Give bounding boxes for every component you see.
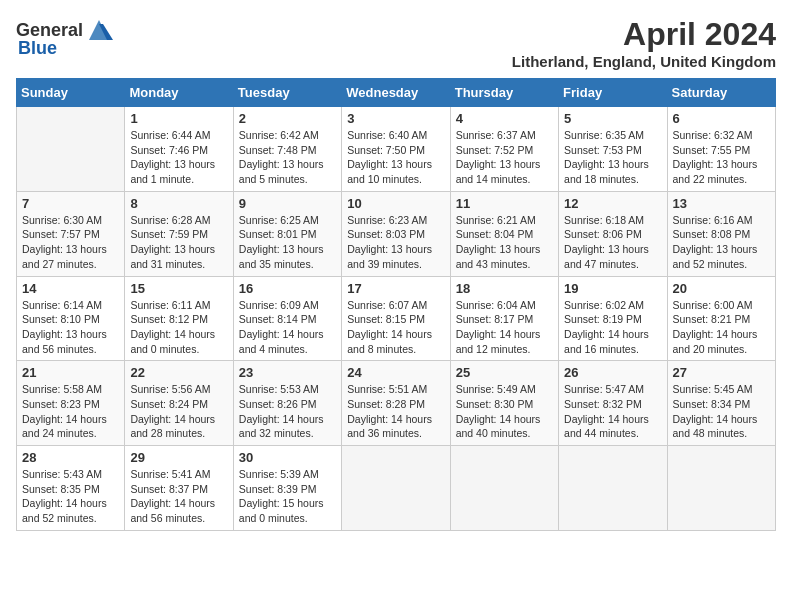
day-number: 19 bbox=[564, 281, 661, 296]
week-row-3: 14Sunrise: 6:14 AM Sunset: 8:10 PM Dayli… bbox=[17, 276, 776, 361]
day-number: 26 bbox=[564, 365, 661, 380]
day-number: 22 bbox=[130, 365, 227, 380]
location-subtitle: Litherland, England, United Kingdom bbox=[512, 53, 776, 70]
day-cell: 14Sunrise: 6:14 AM Sunset: 8:10 PM Dayli… bbox=[17, 276, 125, 361]
title-block: April 2024 Litherland, England, United K… bbox=[512, 16, 776, 70]
day-detail: Sunrise: 6:30 AM Sunset: 7:57 PM Dayligh… bbox=[22, 213, 119, 272]
day-cell: 6Sunrise: 6:32 AM Sunset: 7:55 PM Daylig… bbox=[667, 107, 775, 192]
day-detail: Sunrise: 6:00 AM Sunset: 8:21 PM Dayligh… bbox=[673, 298, 770, 357]
day-detail: Sunrise: 6:21 AM Sunset: 8:04 PM Dayligh… bbox=[456, 213, 553, 272]
day-number: 28 bbox=[22, 450, 119, 465]
day-cell: 3Sunrise: 6:40 AM Sunset: 7:50 PM Daylig… bbox=[342, 107, 450, 192]
day-cell: 10Sunrise: 6:23 AM Sunset: 8:03 PM Dayli… bbox=[342, 191, 450, 276]
day-cell bbox=[559, 446, 667, 531]
day-number: 23 bbox=[239, 365, 336, 380]
day-cell: 8Sunrise: 6:28 AM Sunset: 7:59 PM Daylig… bbox=[125, 191, 233, 276]
calendar-header: SundayMondayTuesdayWednesdayThursdayFrid… bbox=[17, 79, 776, 107]
day-detail: Sunrise: 5:47 AM Sunset: 8:32 PM Dayligh… bbox=[564, 382, 661, 441]
day-number: 15 bbox=[130, 281, 227, 296]
day-detail: Sunrise: 5:45 AM Sunset: 8:34 PM Dayligh… bbox=[673, 382, 770, 441]
day-cell: 1Sunrise: 6:44 AM Sunset: 7:46 PM Daylig… bbox=[125, 107, 233, 192]
day-detail: Sunrise: 5:58 AM Sunset: 8:23 PM Dayligh… bbox=[22, 382, 119, 441]
week-row-1: 1Sunrise: 6:44 AM Sunset: 7:46 PM Daylig… bbox=[17, 107, 776, 192]
day-detail: Sunrise: 5:41 AM Sunset: 8:37 PM Dayligh… bbox=[130, 467, 227, 526]
day-number: 29 bbox=[130, 450, 227, 465]
day-detail: Sunrise: 6:44 AM Sunset: 7:46 PM Dayligh… bbox=[130, 128, 227, 187]
day-number: 5 bbox=[564, 111, 661, 126]
day-number: 17 bbox=[347, 281, 444, 296]
day-detail: Sunrise: 6:18 AM Sunset: 8:06 PM Dayligh… bbox=[564, 213, 661, 272]
day-detail: Sunrise: 5:39 AM Sunset: 8:39 PM Dayligh… bbox=[239, 467, 336, 526]
header-day-saturday: Saturday bbox=[667, 79, 775, 107]
day-cell: 25Sunrise: 5:49 AM Sunset: 8:30 PM Dayli… bbox=[450, 361, 558, 446]
header-day-tuesday: Tuesday bbox=[233, 79, 341, 107]
day-cell: 2Sunrise: 6:42 AM Sunset: 7:48 PM Daylig… bbox=[233, 107, 341, 192]
day-number: 14 bbox=[22, 281, 119, 296]
day-cell: 18Sunrise: 6:04 AM Sunset: 8:17 PM Dayli… bbox=[450, 276, 558, 361]
day-cell: 19Sunrise: 6:02 AM Sunset: 8:19 PM Dayli… bbox=[559, 276, 667, 361]
day-number: 4 bbox=[456, 111, 553, 126]
day-detail: Sunrise: 5:56 AM Sunset: 8:24 PM Dayligh… bbox=[130, 382, 227, 441]
calendar-body: 1Sunrise: 6:44 AM Sunset: 7:46 PM Daylig… bbox=[17, 107, 776, 531]
day-detail: Sunrise: 6:02 AM Sunset: 8:19 PM Dayligh… bbox=[564, 298, 661, 357]
day-cell: 23Sunrise: 5:53 AM Sunset: 8:26 PM Dayli… bbox=[233, 361, 341, 446]
day-detail: Sunrise: 6:16 AM Sunset: 8:08 PM Dayligh… bbox=[673, 213, 770, 272]
day-number: 1 bbox=[130, 111, 227, 126]
day-cell: 24Sunrise: 5:51 AM Sunset: 8:28 PM Dayli… bbox=[342, 361, 450, 446]
day-detail: Sunrise: 6:23 AM Sunset: 8:03 PM Dayligh… bbox=[347, 213, 444, 272]
week-row-2: 7Sunrise: 6:30 AM Sunset: 7:57 PM Daylig… bbox=[17, 191, 776, 276]
day-number: 30 bbox=[239, 450, 336, 465]
header-day-monday: Monday bbox=[125, 79, 233, 107]
day-number: 3 bbox=[347, 111, 444, 126]
day-number: 7 bbox=[22, 196, 119, 211]
calendar-table: SundayMondayTuesdayWednesdayThursdayFrid… bbox=[16, 78, 776, 531]
day-number: 13 bbox=[673, 196, 770, 211]
day-cell bbox=[667, 446, 775, 531]
day-cell: 4Sunrise: 6:37 AM Sunset: 7:52 PM Daylig… bbox=[450, 107, 558, 192]
day-cell: 20Sunrise: 6:00 AM Sunset: 8:21 PM Dayli… bbox=[667, 276, 775, 361]
day-cell: 21Sunrise: 5:58 AM Sunset: 8:23 PM Dayli… bbox=[17, 361, 125, 446]
day-number: 6 bbox=[673, 111, 770, 126]
day-cell: 5Sunrise: 6:35 AM Sunset: 7:53 PM Daylig… bbox=[559, 107, 667, 192]
day-cell: 22Sunrise: 5:56 AM Sunset: 8:24 PM Dayli… bbox=[125, 361, 233, 446]
day-detail: Sunrise: 5:43 AM Sunset: 8:35 PM Dayligh… bbox=[22, 467, 119, 526]
day-number: 10 bbox=[347, 196, 444, 211]
day-number: 27 bbox=[673, 365, 770, 380]
day-number: 2 bbox=[239, 111, 336, 126]
day-detail: Sunrise: 6:09 AM Sunset: 8:14 PM Dayligh… bbox=[239, 298, 336, 357]
header-day-sunday: Sunday bbox=[17, 79, 125, 107]
day-number: 12 bbox=[564, 196, 661, 211]
day-detail: Sunrise: 6:11 AM Sunset: 8:12 PM Dayligh… bbox=[130, 298, 227, 357]
day-cell: 30Sunrise: 5:39 AM Sunset: 8:39 PM Dayli… bbox=[233, 446, 341, 531]
day-detail: Sunrise: 6:28 AM Sunset: 7:59 PM Dayligh… bbox=[130, 213, 227, 272]
logo: General Blue bbox=[16, 16, 113, 59]
day-cell: 9Sunrise: 6:25 AM Sunset: 8:01 PM Daylig… bbox=[233, 191, 341, 276]
day-detail: Sunrise: 5:49 AM Sunset: 8:30 PM Dayligh… bbox=[456, 382, 553, 441]
day-cell: 26Sunrise: 5:47 AM Sunset: 8:32 PM Dayli… bbox=[559, 361, 667, 446]
logo-icon bbox=[85, 16, 113, 44]
day-cell bbox=[450, 446, 558, 531]
day-number: 24 bbox=[347, 365, 444, 380]
day-cell: 27Sunrise: 5:45 AM Sunset: 8:34 PM Dayli… bbox=[667, 361, 775, 446]
day-number: 16 bbox=[239, 281, 336, 296]
day-detail: Sunrise: 6:35 AM Sunset: 7:53 PM Dayligh… bbox=[564, 128, 661, 187]
day-cell: 7Sunrise: 6:30 AM Sunset: 7:57 PM Daylig… bbox=[17, 191, 125, 276]
page-header: General Blue April 2024 Litherland, Engl… bbox=[16, 16, 776, 70]
day-cell: 16Sunrise: 6:09 AM Sunset: 8:14 PM Dayli… bbox=[233, 276, 341, 361]
day-detail: Sunrise: 6:42 AM Sunset: 7:48 PM Dayligh… bbox=[239, 128, 336, 187]
day-detail: Sunrise: 6:14 AM Sunset: 8:10 PM Dayligh… bbox=[22, 298, 119, 357]
day-detail: Sunrise: 5:51 AM Sunset: 8:28 PM Dayligh… bbox=[347, 382, 444, 441]
day-number: 9 bbox=[239, 196, 336, 211]
day-cell: 28Sunrise: 5:43 AM Sunset: 8:35 PM Dayli… bbox=[17, 446, 125, 531]
day-number: 18 bbox=[456, 281, 553, 296]
day-cell bbox=[342, 446, 450, 531]
logo-blue: Blue bbox=[18, 38, 57, 59]
day-detail: Sunrise: 6:07 AM Sunset: 8:15 PM Dayligh… bbox=[347, 298, 444, 357]
week-row-5: 28Sunrise: 5:43 AM Sunset: 8:35 PM Dayli… bbox=[17, 446, 776, 531]
header-day-wednesday: Wednesday bbox=[342, 79, 450, 107]
header-day-friday: Friday bbox=[559, 79, 667, 107]
day-detail: Sunrise: 6:40 AM Sunset: 7:50 PM Dayligh… bbox=[347, 128, 444, 187]
header-row: SundayMondayTuesdayWednesdayThursdayFrid… bbox=[17, 79, 776, 107]
day-number: 25 bbox=[456, 365, 553, 380]
day-cell: 12Sunrise: 6:18 AM Sunset: 8:06 PM Dayli… bbox=[559, 191, 667, 276]
